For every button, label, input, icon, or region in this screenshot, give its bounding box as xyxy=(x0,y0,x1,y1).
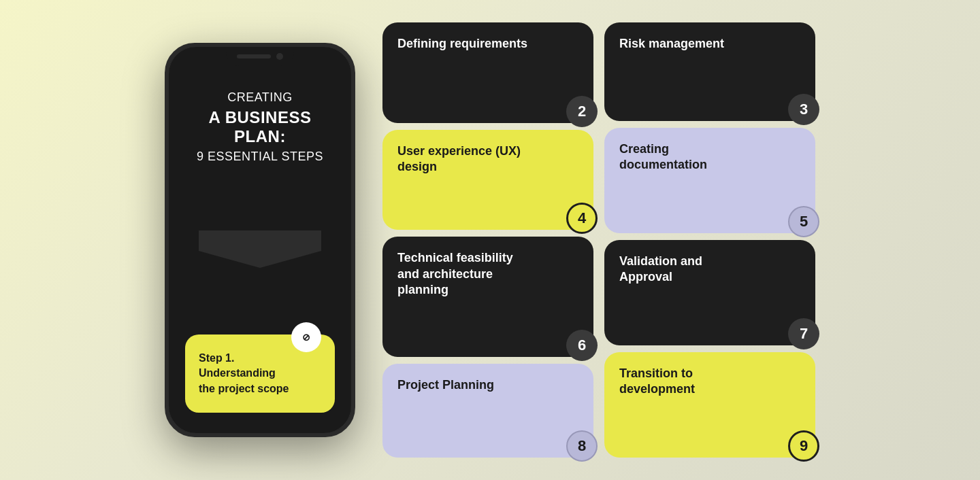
phone-notch xyxy=(226,47,294,66)
step-number-2: 2 xyxy=(566,96,598,127)
card-step-label: Step 1. xyxy=(199,351,321,366)
step-title-defining: Defining requirements xyxy=(397,36,527,52)
step-card-technical[interactable]: Technical feasibility and architecture p… xyxy=(382,237,593,357)
notch-speaker xyxy=(237,54,271,58)
phone-title-line1: CREATING xyxy=(185,90,335,105)
chevron-icon xyxy=(199,230,321,268)
step-number-7: 7 xyxy=(788,318,819,349)
step-card-risk[interactable]: Risk management 3 xyxy=(604,22,815,121)
chevron-decoration xyxy=(185,230,335,268)
steps-column-2: Risk management 3 Creating documentation… xyxy=(604,22,815,458)
phone-section: CREATING A BUSINESS PLAN: 9 ESSENTIAL ST… xyxy=(165,43,355,437)
steps-column-1: Defining requirements 2 User experience … xyxy=(382,22,593,458)
brand-logo: ⊘ xyxy=(291,322,321,352)
phone-screen: CREATING A BUSINESS PLAN: 9 ESSENTIAL ST… xyxy=(169,47,351,433)
step-card-transition[interactable]: Transition to development 9 xyxy=(604,352,815,458)
step-title-technical: Technical feasibility and architecture p… xyxy=(397,250,534,298)
number-9: 9 xyxy=(800,437,808,455)
step-number-5: 5 xyxy=(788,206,819,237)
phone-card-text: Step 1. Understanding the project scope xyxy=(199,351,321,396)
phone-title: CREATING A BUSINESS PLAN: 9 ESSENTIAL ST… xyxy=(185,88,335,165)
logo-symbol: ⊘ xyxy=(302,332,310,343)
step-number-3: 3 xyxy=(788,94,819,125)
step-number-8: 8 xyxy=(566,430,598,462)
number-4: 4 xyxy=(578,209,586,227)
step-number-9: 9 xyxy=(788,430,819,462)
number-8: 8 xyxy=(578,437,586,455)
step-number-6: 6 xyxy=(566,330,598,361)
number-2: 2 xyxy=(578,103,586,120)
number-7: 7 xyxy=(800,325,808,343)
number-6: 6 xyxy=(578,337,586,354)
step-card-validation[interactable]: Validation and Approval 7 xyxy=(604,240,815,345)
step-card-defining[interactable]: Defining requirements 2 xyxy=(382,22,593,123)
step-card-docs[interactable]: Creating documentation 5 xyxy=(604,128,815,233)
step-title-project: Project Planning xyxy=(397,377,494,393)
step-title-risk: Risk management xyxy=(619,36,724,52)
step-card-ux[interactable]: User experience (UX) design 4 xyxy=(382,130,593,230)
page-container: CREATING A BUSINESS PLAN: 9 ESSENTIAL ST… xyxy=(124,0,856,480)
step-card-project[interactable]: Project Planning 8 xyxy=(382,364,593,458)
phone-step-card: ⊘ Step 1. Understanding the project scop… xyxy=(185,335,335,413)
step-title-transition: Transition to development xyxy=(619,366,755,398)
phone-frame: CREATING A BUSINESS PLAN: 9 ESSENTIAL ST… xyxy=(165,43,355,437)
steps-section: Defining requirements 2 User experience … xyxy=(382,22,815,458)
step-title-docs: Creating documentation xyxy=(619,141,755,173)
notch-camera xyxy=(276,53,283,60)
number-3: 3 xyxy=(800,101,808,118)
number-5: 5 xyxy=(800,213,808,230)
step-title-validation: Validation and Approval xyxy=(619,254,755,286)
card-step-text1: Understanding xyxy=(199,366,321,381)
step-number-4: 4 xyxy=(566,203,598,234)
step-title-ux: User experience (UX) design xyxy=(397,143,534,175)
card-step-text2: the project scope xyxy=(199,381,321,396)
phone-title-line2: A BUSINESS PLAN: xyxy=(185,108,335,148)
phone-title-line3: 9 ESSENTIAL STEPS xyxy=(185,150,335,165)
svg-marker-0 xyxy=(199,230,321,268)
